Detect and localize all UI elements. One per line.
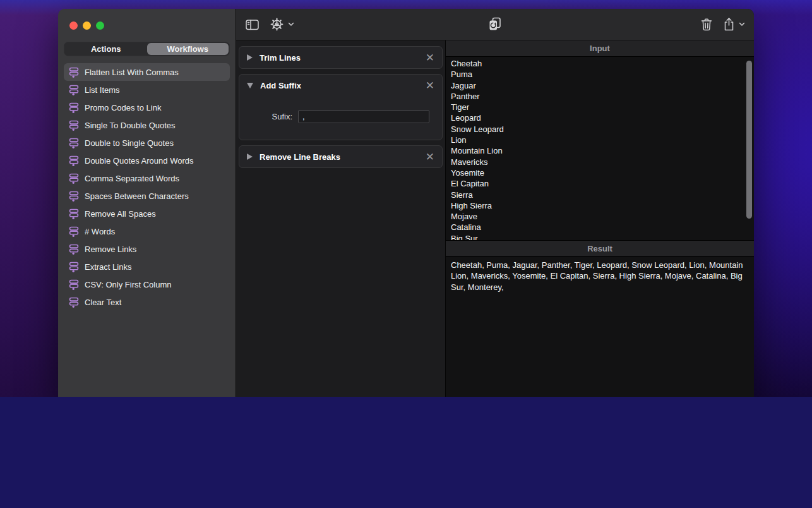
input-line: Cheetah (451, 58, 743, 69)
sidebar-item-workflow[interactable]: Double Quotes Around Words (64, 152, 230, 169)
input-header: Input (446, 40, 754, 57)
workflow-icon (69, 85, 80, 95)
zoom-window-button[interactable] (96, 21, 104, 30)
sidebar-toggle-button[interactable] (245, 18, 260, 31)
sidebar-item-workflow[interactable]: Extract Links (64, 258, 230, 275)
sidebar-item-label: Remove Links (85, 245, 136, 254)
input-line: Panther (451, 91, 743, 102)
step-title: Add Suffix (260, 81, 301, 90)
sidebar-item-label: Comma Separated Words (85, 174, 179, 183)
input-scrollbar[interactable] (746, 61, 752, 219)
actions-menu-button[interactable] (270, 17, 294, 32)
remove-step-button[interactable]: ✕ (426, 152, 434, 162)
workflow-icon (69, 173, 80, 184)
gear-icon (270, 17, 284, 32)
sidebar-item-workflow[interactable]: Single To Double Quotes (64, 116, 230, 134)
sidebar-item-workflow[interactable]: Comma Separated Words (64, 169, 230, 187)
input-line: El Capitan (451, 178, 743, 189)
input-line: Snow Leopard (451, 124, 743, 135)
sidebar-toggle-icon (245, 18, 260, 31)
sidebar-item-workflow[interactable]: Spaces Between Characters (64, 187, 230, 205)
chevron-down-icon (288, 22, 294, 27)
sidebar-item-workflow[interactable]: Remove All Spaces (64, 205, 230, 222)
step-title: Remove Line Breaks (260, 152, 340, 162)
disclosure-expanded-icon[interactable] (247, 83, 253, 88)
workflow-icon (69, 67, 80, 78)
sidebar-item-label: Remove All Spaces (85, 209, 156, 219)
sidebar-item-label: Double to Single Quotes (85, 138, 174, 148)
close-window-button[interactable] (69, 21, 78, 30)
input-line: Catalina (451, 222, 743, 233)
trash-icon (700, 18, 713, 32)
input-line: Sierra (451, 190, 743, 200)
step-remove-line-breaks: Remove Line Breaks ✕ (239, 145, 443, 168)
sidebar-item-workflow[interactable]: CSV: Only First Column (64, 275, 230, 293)
input-line: Jaguar (451, 80, 743, 91)
sidebar-item-workflow[interactable]: Clear Text (64, 293, 230, 311)
traffic-lights (58, 9, 236, 39)
input-line: Tiger (451, 102, 743, 112)
sidebar-item-workflow[interactable]: Flatten List With Commas (64, 63, 230, 81)
sidebar-item-label: Single To Double Quotes (85, 121, 176, 130)
share-menu-button[interactable] (723, 17, 745, 32)
share-icon (723, 17, 735, 32)
input-textarea[interactable]: CheetahPumaJaguarPantherTigerLeopardSnow… (446, 57, 754, 240)
workflow-icon (69, 279, 80, 290)
sidebar-item-label: Promo Codes to Link (85, 103, 161, 112)
workflow-icon (69, 120, 80, 131)
sidebar-item-workflow[interactable]: Double to Single Quotes (64, 134, 230, 152)
app-window: Actions Workflows Flatten List With Comm… (58, 9, 754, 397)
suffix-input[interactable] (298, 110, 429, 123)
run-workflow-button[interactable] (487, 16, 503, 32)
sidebar-item-label: # Words (85, 227, 115, 236)
sidebar-item-label: Extract Links (85, 262, 131, 272)
sidebar-item-workflow[interactable]: Remove Links (64, 240, 230, 258)
disclosure-collapsed-icon[interactable] (247, 54, 253, 61)
main-area: Trim Lines ✕ Add Suffix ✕ Sufix: (236, 9, 754, 397)
sidebar-segmented-control: Actions Workflows (64, 42, 230, 56)
disclosure-collapsed-icon[interactable] (247, 154, 253, 160)
result-header: Result (446, 240, 754, 257)
remove-step-button[interactable]: ✕ (426, 80, 434, 91)
sidebar-item-label: Double Quotes Around Words (85, 156, 193, 166)
input-line: Puma (451, 69, 743, 80)
minimize-window-button[interactable] (83, 21, 91, 30)
step-title: Trim Lines (260, 53, 301, 63)
step-trim-lines: Trim Lines ✕ (239, 46, 443, 69)
promo-banner: Automate your text processing workflow (0, 397, 812, 508)
workflow-icon (69, 226, 80, 237)
chevron-down-icon (739, 22, 745, 27)
step-header[interactable]: Trim Lines ✕ (239, 47, 442, 68)
workflow-icon (69, 244, 80, 255)
step-header[interactable]: Remove Line Breaks ✕ (239, 146, 442, 167)
io-panel: Input CheetahPumaJaguarPantherTigerLeopa… (446, 40, 754, 397)
workflow-steps-panel: Trim Lines ✕ Add Suffix ✕ Sufix: (236, 40, 446, 397)
sidebar-item-label: Flatten List With Commas (85, 68, 179, 77)
workflow-icon (69, 155, 80, 166)
sidebar-item-label: CSV: Only First Column (85, 280, 172, 289)
sidebar-item-workflow[interactable]: Promo Codes to Link (64, 99, 230, 116)
workflow-list: Flatten List With Commas List Items (58, 63, 236, 311)
sidebar-item-workflow[interactable]: # Words (64, 222, 230, 240)
suffix-field-label: Sufix: (272, 112, 292, 121)
step-add-suffix: Add Suffix ✕ Sufix: (239, 74, 443, 140)
input-line: Mojave (451, 211, 743, 222)
input-line: Lion (451, 135, 743, 145)
input-line: Big Sur (451, 233, 743, 240)
workflow-icon (69, 102, 80, 113)
input-line: Leopard (451, 112, 743, 123)
toolbar (236, 9, 754, 40)
workflow-icon (69, 191, 80, 202)
input-line: Mountain Lion (451, 145, 743, 156)
remove-step-button[interactable]: ✕ (426, 52, 434, 63)
tab-workflows[interactable]: Workflows (147, 43, 229, 55)
sidebar: Actions Workflows Flatten List With Comm… (58, 9, 236, 397)
step-header[interactable]: Add Suffix ✕ (239, 75, 442, 96)
delete-workflow-button[interactable] (700, 18, 713, 32)
sidebar-item-workflow[interactable]: List Items (64, 81, 230, 99)
run-workflow-icon (487, 16, 503, 32)
input-line: Yosemite (451, 167, 743, 178)
tab-actions[interactable]: Actions (65, 43, 147, 55)
workflow-icon (69, 297, 80, 308)
result-textarea[interactable]: Cheetah, Puma, Jaguar, Panther, Tiger, L… (446, 257, 754, 397)
